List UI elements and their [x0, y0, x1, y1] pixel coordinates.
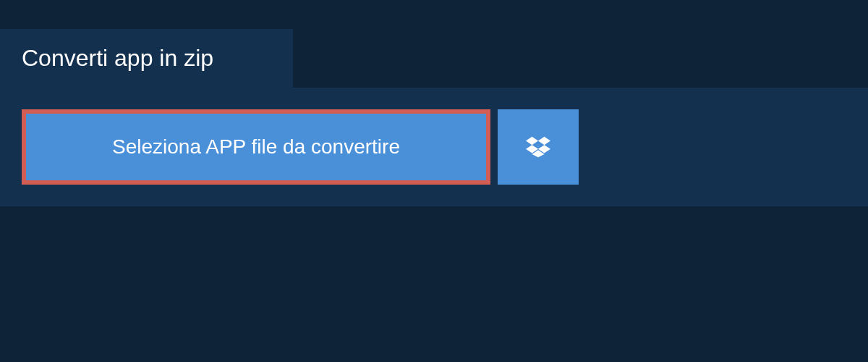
select-file-button[interactable]: Seleziona APP file da convertire: [22, 109, 490, 185]
page-title: Converti app in zip: [22, 45, 271, 72]
dropbox-icon: [526, 135, 550, 159]
tab-header: Converti app in zip: [0, 29, 293, 88]
button-row: Seleziona APP file da convertire: [22, 109, 579, 185]
content-area: Seleziona APP file da convertire: [0, 88, 868, 206]
dropbox-button[interactable]: [498, 109, 579, 185]
